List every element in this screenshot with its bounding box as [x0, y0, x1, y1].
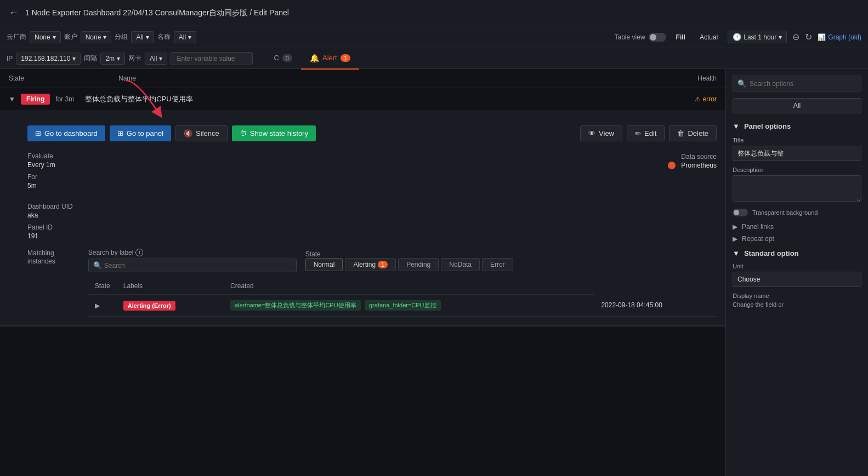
- uid-row: Dashboard UID aka: [27, 203, 717, 219]
- display-name-hint: Change the field or: [733, 301, 784, 308]
- error-state-button[interactable]: Error: [482, 258, 513, 271]
- search-icon: 🔍: [93, 261, 102, 269]
- table-view-toggle[interactable]: Table view: [615, 33, 666, 42]
- chevron-down-icon4: ▾: [188, 33, 191, 41]
- right-sidebar: 🔍 All ▼ Panel options Title Description …: [725, 69, 868, 476]
- for-row: For 5m: [27, 173, 55, 190]
- row-expand-button[interactable]: ▼: [9, 95, 15, 103]
- matching-label: Matchinginstances: [27, 249, 55, 265]
- tab-c-badge: 0: [282, 54, 292, 62]
- history-icon: ⏱: [240, 129, 247, 137]
- go-to-dashboard-button[interactable]: ⊞ Go to dashboard: [27, 125, 105, 141]
- nic-dropdown[interactable]: All ▾: [145, 53, 167, 65]
- dashboard-icon: ⊞: [35, 129, 41, 137]
- silence-button[interactable]: 🔇 Silence: [175, 125, 228, 141]
- view-icon: 👁: [588, 129, 595, 137]
- edit-button[interactable]: ✏ Edit: [627, 125, 665, 141]
- warning-icon: ⚠: [695, 95, 701, 103]
- interval-label: 间隔: [84, 54, 97, 63]
- tab-c-label: C: [274, 54, 279, 62]
- display-name-label: Display name: [733, 293, 861, 299]
- name-dropdown[interactable]: All ▾: [174, 31, 196, 43]
- tab-alert[interactable]: 🔔 Alert 1: [301, 48, 359, 70]
- state-filter-label: State: [305, 250, 321, 258]
- alerting-state-button[interactable]: Alerting 1: [345, 258, 396, 271]
- standard-options-title: Standard option: [744, 249, 799, 257]
- cloud-dropdown[interactable]: None ▾: [30, 31, 61, 43]
- firing-badge: Firing: [21, 94, 50, 105]
- zoom-out-button[interactable]: ⊖: [792, 32, 799, 42]
- nodata-state-button[interactable]: NoData: [441, 258, 480, 271]
- title-input[interactable]: [733, 146, 861, 161]
- go-to-panel-button[interactable]: ⊞ Go to panel: [110, 125, 171, 141]
- account-dropdown[interactable]: None ▾: [81, 31, 112, 43]
- for-text: for 3m: [55, 95, 74, 103]
- chevron-right-icon: ▶: [733, 223, 737, 231]
- refresh-button[interactable]: ↻: [805, 32, 812, 42]
- chevron-down-icon8: ▾: [159, 55, 162, 62]
- all-button[interactable]: All: [733, 98, 861, 113]
- panel-links-section[interactable]: ▶ Panel links: [733, 223, 861, 231]
- search-options-input[interactable]: [750, 80, 856, 88]
- alert-row-main[interactable]: ▼ Firing for 3m 整体总负载与整体平均CPU使用率 ⚠ error: [0, 88, 725, 110]
- ip-dropdown[interactable]: 192.168.182.110 ▾: [16, 53, 81, 65]
- view-button[interactable]: 👁 View: [580, 125, 622, 141]
- transparent-bg-track[interactable]: [733, 209, 748, 216]
- alerting-count: 1: [378, 261, 388, 268]
- state-filters: Normal Alerting 1 Pending NoData Error: [305, 258, 513, 271]
- time-range-label: Last 1 hour: [744, 33, 776, 41]
- matching-instances-section: Matchinginstances Search by label i: [27, 249, 717, 317]
- tab-c[interactable]: C 0: [265, 48, 301, 70]
- alert-name: 整体总负载与整体平均CPU使用率: [85, 94, 694, 104]
- search-label-input[interactable]: [104, 262, 292, 269]
- info-icon[interactable]: i: [135, 249, 143, 256]
- pending-state-button[interactable]: Pending: [398, 258, 439, 271]
- toolbar-row2: IP 192.168.182.110 ▾ 间隔 2m ▾ 网卡 All ▾ C …: [0, 48, 868, 69]
- back-button[interactable]: ←: [7, 5, 21, 21]
- toolbar-row1: 云厂商 None ▾ 账户 None ▾ 分组 All ▾ 名称 All ▾ T…: [0, 26, 868, 48]
- unit-choose-button[interactable]: Choose: [733, 272, 861, 287]
- interval-dropdown[interactable]: 2m ▾: [100, 53, 125, 65]
- row-state-cell: Alerting (Error): [117, 295, 224, 317]
- chevron-down-icon6: ▾: [72, 55, 76, 62]
- delete-button[interactable]: 🗑 Delete: [669, 125, 717, 141]
- row-expand-cell[interactable]: ▶: [88, 295, 117, 317]
- show-state-history-button[interactable]: ⏱ Show state history: [232, 125, 316, 141]
- toggle-track[interactable]: [649, 33, 666, 42]
- nic-label: 网卡: [128, 54, 141, 63]
- name-label: 名称: [157, 32, 171, 42]
- back-icon: ←: [9, 7, 19, 19]
- datasource-value: Prometheus: [681, 162, 717, 169]
- variable-input[interactable]: [171, 52, 253, 65]
- normal-state-button[interactable]: Normal: [305, 258, 343, 271]
- search-by-label: Search by label: [88, 249, 134, 256]
- fill-button[interactable]: Fill: [672, 32, 690, 43]
- row-chevron-icon: ▶: [95, 302, 100, 309]
- panel-icon: ⊞: [117, 129, 123, 137]
- tag-chip-2: grafana_folder=CPU监控: [365, 300, 441, 311]
- top-bar: ← 1 Node Exporter Dashboard 22/04/13 Con…: [0, 0, 868, 26]
- edit-icon: ✏: [635, 129, 641, 137]
- repeat-options-section[interactable]: ▶ Repeat opt: [733, 235, 861, 243]
- panel-options-section[interactable]: ▼ Panel options: [733, 122, 861, 130]
- ip-label: IP: [7, 55, 13, 62]
- transparent-bg-thumb: [734, 210, 739, 215]
- panel-row: Panel ID 191: [27, 223, 717, 240]
- toggle-thumb: [650, 34, 656, 41]
- datasource-label: Data source: [681, 153, 717, 160]
- panel-options-title: Panel options: [744, 122, 791, 130]
- description-textarea[interactable]: [733, 175, 861, 202]
- time-range-picker[interactable]: 🕐 Last 1 hour ▾: [728, 31, 787, 43]
- main-layout: State Name Health ▼ Firing for 3m 整体总负载与…: [0, 69, 868, 476]
- prometheus-icon: [668, 162, 676, 169]
- actual-button[interactable]: Actual: [695, 32, 722, 43]
- search-options-icon: 🔍: [737, 79, 746, 88]
- transparent-bg-toggle[interactable]: Transparent background: [733, 209, 861, 216]
- unit-label: Unit: [733, 263, 861, 269]
- col-labels-header: Labels: [117, 278, 224, 295]
- graph-type-button[interactable]: 📊 Graph (old): [818, 33, 861, 41]
- search-options-input-wrap[interactable]: 🔍: [733, 76, 861, 91]
- instances-table: State Labels Created ▶: [88, 278, 717, 317]
- group-dropdown[interactable]: All ▾: [131, 31, 154, 43]
- standard-options-section[interactable]: ▼ Standard option: [733, 249, 861, 257]
